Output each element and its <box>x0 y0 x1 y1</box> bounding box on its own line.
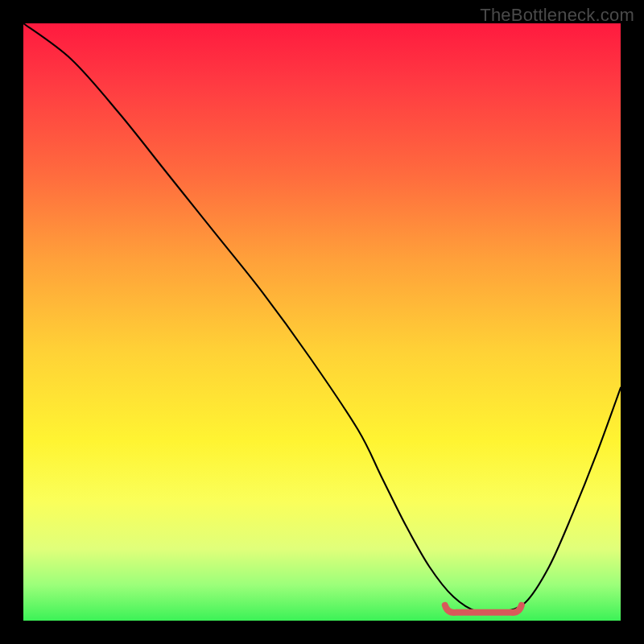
min-highlight <box>445 605 522 613</box>
watermark-text: TheBottleneck.com <box>480 5 634 26</box>
bottleneck-curve-svg <box>23 23 621 621</box>
bottleneck-curve <box>23 23 621 613</box>
chart-area <box>23 23 621 621</box>
